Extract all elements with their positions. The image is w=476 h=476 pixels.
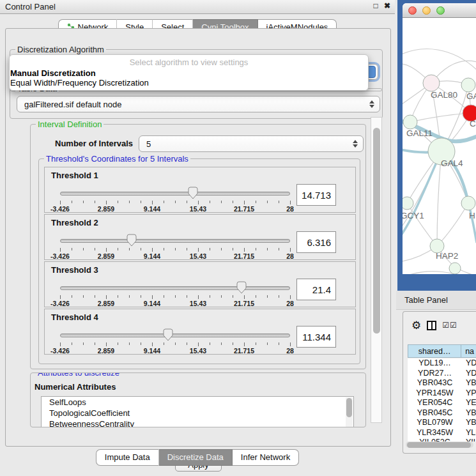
table-row[interactable]: YER054CYER0 (408, 398, 476, 408)
list-scrollbar[interactable] (346, 397, 353, 427)
cell-name[interactable]: YBR0 (462, 408, 476, 418)
threshold-slider[interactable]: -3.4262.8599.14415.4321.71528 (60, 187, 290, 212)
slider-tick (72, 248, 72, 250)
table-data-selected-value: galFiltered.sif default node (24, 100, 121, 109)
threshold-value-field[interactable]: 6.316 (296, 231, 336, 253)
float-window-icon[interactable]: □ (371, 1, 381, 12)
number-of-intervals-combobox[interactable]: 5 (139, 135, 364, 152)
slider-thumb[interactable] (236, 281, 247, 295)
attribute-list-item[interactable]: TopologicalCoefficient (42, 408, 353, 418)
cell-name[interactable]: YBR0 (462, 378, 476, 388)
cell-name[interactable]: YER0 (462, 398, 476, 408)
dropdown-option-manual[interactable]: Manual Discretization (10, 68, 368, 78)
cell-shared-name[interactable]: YBR043C (408, 378, 462, 388)
network-node[interactable] (449, 263, 461, 274)
cell-shared-name[interactable]: YBL079W (408, 418, 462, 428)
tab-infer-network[interactable]: Infer Network (233, 449, 299, 466)
slider-tick (210, 295, 210, 298)
slider-tick-label: 2.859 (98, 300, 114, 307)
network-edge[interactable] (437, 203, 468, 246)
number-of-intervals-label: Number of Intervals (55, 139, 133, 148)
network-node[interactable]: GA (461, 78, 476, 101)
threshold-value-field[interactable]: 11.344 (296, 326, 336, 348)
threshold-slider[interactable]: -3.4262.8599.14415.4321.71528 (60, 281, 290, 307)
cell-name[interactable]: YLR3 (462, 428, 476, 438)
table-row[interactable]: YBL079WYBL0 (408, 418, 476, 428)
cell-shared-name[interactable]: YDR27… (408, 369, 462, 379)
table-row[interactable]: YLR345WYLR3 (408, 428, 476, 438)
close-traffic-light-icon[interactable] (408, 6, 417, 15)
minimize-traffic-light-icon[interactable] (422, 6, 431, 15)
gear-icon[interactable]: ⚙ (411, 320, 421, 331)
network-node[interactable]: HAP2 (430, 239, 458, 261)
column-header-shared-name[interactable]: shared… (408, 344, 461, 358)
table-row[interactable]: YPR145WYPR1 (408, 388, 476, 399)
tab-discretize-data[interactable]: Discretize Data (159, 449, 233, 466)
network-node[interactable]: GAL80 (423, 75, 457, 100)
dropdown-placeholder-option[interactable]: Select algorithm to view settings (10, 55, 368, 68)
slider-tick (164, 248, 164, 250)
cell-shared-name[interactable]: YER054C (408, 398, 462, 408)
scrollbar-thumb[interactable] (373, 128, 380, 334)
close-icon[interactable]: ✖ (382, 1, 392, 12)
table-row[interactable]: YDL19…YDL1 (408, 358, 476, 369)
slider-thumb[interactable] (127, 234, 137, 247)
table-row[interactable]: YBR045CYBR0 (408, 408, 476, 418)
scrollbar-thumb[interactable] (346, 398, 352, 417)
cell-shared-name[interactable]: YLR345W (408, 428, 462, 438)
slider-track[interactable] (60, 239, 290, 243)
dropdown-option-equal-width[interactable]: Equal Width/Frequency Discretization (10, 78, 368, 88)
slider-tick (279, 248, 279, 250)
table-row[interactable]: YBR043CYBR0 (408, 378, 476, 388)
threshold-box-1: Threshold 1-3.4262.8599.14415.4321.71528… (44, 167, 356, 213)
threshold-box-4: Threshold 4-3.4262.8599.14415.4321.71528… (44, 309, 356, 355)
control-panel-titlebar: Control Panel □ ✖ (0, 0, 395, 14)
slider-tick (152, 295, 153, 299)
table-data-combobox[interactable]: galFiltered.sif default node (17, 96, 380, 112)
columns-icon[interactable] (427, 321, 436, 330)
cell-shared-name[interactable]: YBR045C (408, 408, 462, 418)
cell-name[interactable]: YBL0 (462, 418, 476, 428)
slider-tick (256, 201, 256, 203)
slider-tick (187, 295, 187, 298)
cell-name[interactable]: YDL1 (462, 358, 476, 369)
table-row[interactable]: YDR27…YDR2 (408, 369, 476, 379)
checkbox-icons[interactable]: ☑☑ (442, 321, 457, 329)
network-window-titlebar[interactable] (403, 3, 476, 18)
slider-tick (244, 295, 245, 299)
table-horizontal-scrollbar[interactable] (406, 441, 473, 448)
network-edge[interactable] (407, 203, 437, 246)
cell-name[interactable]: YPR1 (462, 388, 476, 399)
threshold-value-field[interactable]: 21.4 (296, 279, 336, 300)
numerical-attributes-list[interactable]: SelfLoopsTopologicalCoefficientBetweenne… (41, 396, 354, 427)
cell-shared-name[interactable]: YDL19… (408, 358, 462, 369)
cell-shared-name[interactable]: YPR145W (408, 388, 462, 399)
network-edge[interactable] (410, 113, 471, 122)
slider-tick (118, 295, 118, 298)
panel-vertical-scrollbar[interactable] (371, 117, 382, 423)
network-canvas[interactable]: GAL80GACGAL11GAL4GCY1HHAP2 (403, 18, 476, 274)
slider-tick (118, 342, 118, 345)
network-edge[interactable] (403, 151, 441, 240)
threshold-value-field[interactable]: 14.713 (296, 184, 336, 206)
threshold-slider[interactable]: -3.4262.8599.14415.4321.71528 (60, 234, 290, 259)
column-header-name[interactable]: na (461, 344, 476, 358)
slider-thumb[interactable] (163, 328, 173, 342)
slider-track[interactable] (60, 286, 290, 290)
threshold-slider[interactable]: -3.4262.8599.14415.4321.71528 (60, 328, 290, 354)
scrollbar-thumb[interactable] (407, 442, 471, 448)
cell-name[interactable]: YDR2 (462, 369, 476, 379)
slider-track[interactable] (60, 192, 290, 196)
zoom-traffic-light-icon[interactable] (436, 6, 445, 15)
slider-tick (210, 342, 210, 345)
network-node-label: GAL80 (431, 90, 457, 100)
network-node[interactable]: C (463, 105, 476, 128)
slider-thumb[interactable] (188, 187, 198, 200)
slider-track[interactable] (60, 334, 290, 337)
attribute-list-item[interactable]: BetweennessCentrality (42, 418, 353, 427)
network-node-label: H (469, 211, 475, 220)
attribute-list-item[interactable]: SelfLoops (42, 397, 353, 408)
network-node[interactable]: H (461, 196, 475, 220)
slider-tick (164, 295, 164, 298)
tab-impute-data[interactable]: Impute Data (96, 449, 159, 466)
